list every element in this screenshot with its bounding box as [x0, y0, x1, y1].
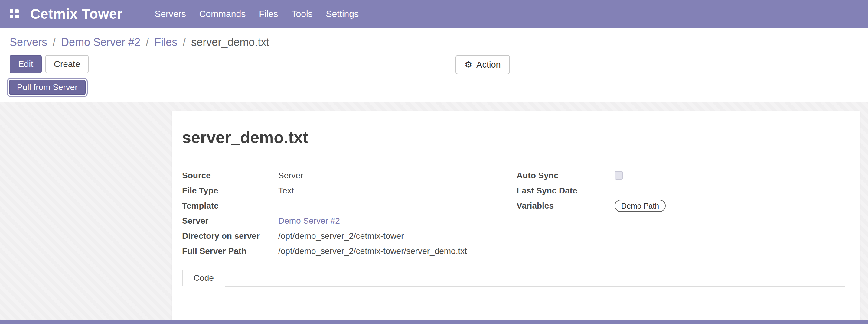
auto-sync-label: Auto Sync — [517, 168, 607, 183]
code-tab-content — [182, 287, 845, 323]
menu-item-servers[interactable]: Servers — [148, 4, 192, 23]
variables-value: Demo Path — [607, 198, 846, 214]
breadcrumb-demo-server[interactable]: Demo Server #2 — [61, 35, 140, 50]
template-label: Template — [182, 198, 278, 214]
field-row-source: Source Server — [182, 168, 517, 183]
menu-item-tools[interactable]: Tools — [285, 4, 319, 23]
breadcrumb-separator: / — [183, 35, 186, 50]
control-panel: Servers / Demo Server #2 / Files / serve… — [0, 28, 868, 102]
menu-item-commands[interactable]: Commands — [193, 4, 252, 23]
auto-sync-value — [607, 168, 846, 183]
field-row-server: Server Demo Server #2 — [182, 214, 517, 228]
record-title: server_demo.txt — [182, 127, 845, 148]
last-sync-date-label: Last Sync Date — [517, 183, 607, 198]
pull-from-server-button[interactable]: Pull from Server — [9, 80, 86, 95]
breadcrumb-current: server_demo.txt — [191, 35, 269, 50]
tab-code[interactable]: Code — [182, 269, 225, 287]
field-row-template: Template — [182, 198, 517, 214]
menu-item-files[interactable]: Files — [252, 4, 285, 23]
breadcrumb-separator: / — [53, 35, 56, 50]
source-label: Source — [182, 168, 278, 183]
file-type-label: File Type — [182, 183, 278, 198]
last-sync-date-value — [607, 183, 846, 198]
apps-grid-icon[interactable] — [10, 9, 19, 19]
field-row-directory: Directory on server /opt/demo_server_2/c… — [182, 228, 517, 244]
bottom-bar — [0, 320, 868, 324]
field-row-variables: Variables Demo Path — [517, 198, 846, 214]
breadcrumb-servers[interactable]: Servers — [10, 35, 47, 50]
auto-sync-checkbox[interactable] — [615, 171, 623, 180]
field-row-auto-sync: Auto Sync — [517, 168, 846, 183]
field-row-full-path: Full Server Path /opt/demo_server_2/cetm… — [182, 244, 517, 259]
gear-icon: ⚙ — [465, 60, 472, 69]
top-navbar: Cetmix Tower Servers Commands Files Tool… — [0, 0, 868, 28]
file-type-value: Text — [278, 183, 517, 198]
variables-label: Variables — [517, 198, 607, 214]
object-buttons-row: Pull from Server — [0, 76, 868, 102]
form-sheet: server_demo.txt Source Server File Type … — [172, 110, 860, 321]
create-button[interactable]: Create — [45, 55, 89, 73]
toolbar: Edit Create ⚙ Action — [0, 52, 868, 76]
main-menu: Servers Commands Files Tools Settings — [148, 4, 365, 23]
action-dropdown-button[interactable]: ⚙ Action — [456, 55, 510, 74]
directory-on-server-label: Directory on server — [182, 228, 278, 244]
server-value-link[interactable]: Demo Server #2 — [278, 214, 517, 228]
source-value: Server — [278, 168, 517, 183]
field-row-file-type: File Type Text — [182, 183, 517, 198]
app-window: Cetmix Tower Servers Commands Files Tool… — [0, 0, 868, 324]
content-area: server_demo.txt Source Server File Type … — [0, 102, 868, 324]
action-button-label: Action — [476, 59, 501, 70]
breadcrumb: Servers / Demo Server #2 / Files / serve… — [0, 28, 868, 52]
field-row-last-sync-date: Last Sync Date — [517, 183, 846, 198]
field-group-right: Auto Sync Last Sync Date Variables Demo … — [517, 168, 846, 259]
full-server-path-value: /opt/demo_server_2/cetmix-tower/server_d… — [278, 244, 517, 259]
server-label: Server — [182, 214, 278, 228]
variable-tag: Demo Path — [615, 200, 666, 212]
brand-title[interactable]: Cetmix Tower — [30, 6, 123, 22]
menu-item-settings[interactable]: Settings — [319, 4, 365, 23]
field-grid: Source Server File Type Text Template Se… — [182, 168, 845, 259]
full-server-path-label: Full Server Path — [182, 244, 278, 259]
directory-on-server-value: /opt/demo_server_2/cetmix-tower — [278, 228, 517, 244]
edit-button[interactable]: Edit — [10, 55, 42, 73]
notebook-tabs: Code — [182, 269, 845, 287]
field-group-left: Source Server File Type Text Template Se… — [182, 168, 517, 259]
breadcrumb-separator: / — [146, 35, 149, 50]
breadcrumb-files[interactable]: Files — [154, 35, 177, 50]
template-value — [278, 198, 517, 214]
